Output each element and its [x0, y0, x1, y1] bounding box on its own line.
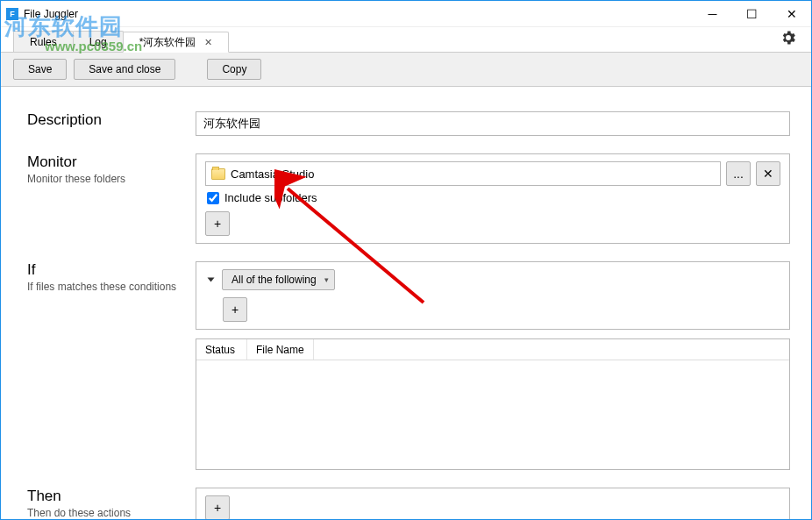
copy-button[interactable]: Copy	[207, 59, 261, 80]
if-heading: If	[27, 261, 196, 279]
monitor-subheading: Monitor these folders	[27, 173, 196, 185]
save-and-close-button[interactable]: Save and close	[74, 59, 175, 80]
tab-current-rule[interactable]: *河东软件园 ✕	[123, 32, 230, 53]
content: Description Monitor Monitor these folder…	[1, 87, 811, 520]
browse-button[interactable]: ...	[726, 161, 751, 186]
window-title: File Juggler	[24, 8, 693, 20]
condition-select[interactable]: All of the following	[222, 269, 335, 290]
column-filename[interactable]: File Name	[247, 339, 314, 360]
expand-icon[interactable]	[208, 278, 215, 282]
tab-row: Rules Log *河东软件园 ✕	[1, 27, 811, 52]
then-panel: +	[196, 488, 790, 520]
include-subfolders-label: Include subfolders	[224, 191, 317, 204]
add-folder-button[interactable]: +	[205, 211, 230, 236]
then-heading: Then	[27, 488, 196, 505]
then-subheading: Then do these actions	[27, 507, 196, 519]
section-monitor: Monitor Monitor these folders Camtasia S…	[27, 153, 799, 244]
toolbar: Save Save and close Copy	[1, 52, 811, 87]
folder-row: Camtasia Studio ... ✕	[205, 161, 780, 186]
window-controls: ─ ☐ ✕	[693, 1, 811, 26]
folder-path-input[interactable]: Camtasia Studio	[205, 161, 721, 186]
description-heading: Description	[27, 111, 196, 129]
column-status[interactable]: Status	[196, 339, 247, 360]
if-panel: All of the following +	[196, 261, 790, 330]
include-subfolders-row[interactable]: Include subfolders	[205, 191, 780, 204]
tab-rules[interactable]: Rules	[13, 31, 74, 52]
app-icon: F	[6, 8, 18, 20]
description-input[interactable]	[196, 111, 790, 136]
tab-log[interactable]: Log	[73, 31, 124, 52]
add-condition-button[interactable]: +	[223, 297, 247, 322]
section-if: If If files matches these conditions All…	[27, 261, 799, 470]
section-description: Description	[27, 111, 799, 136]
maximize-button[interactable]: ☐	[732, 1, 772, 26]
monitor-panel: Camtasia Studio ... ✕ Include subfolders…	[196, 153, 790, 244]
save-button[interactable]: Save	[13, 59, 67, 80]
conditions-table: Status File Name	[196, 338, 790, 470]
condition-row: All of the following	[205, 269, 780, 290]
settings-button[interactable]	[780, 29, 797, 50]
remove-folder-button[interactable]: ✕	[756, 161, 780, 186]
section-then: Then Then do these actions +	[27, 488, 799, 520]
table-header: Status File Name	[196, 339, 789, 360]
include-subfolders-checkbox[interactable]	[207, 192, 219, 204]
gear-icon	[780, 29, 797, 46]
monitor-heading: Monitor	[27, 153, 196, 171]
if-subheading: If files matches these conditions	[27, 281, 196, 293]
titlebar: F File Juggler ─ ☐ ✕	[1, 1, 811, 27]
folder-icon	[211, 168, 225, 180]
minimize-button[interactable]: ─	[693, 1, 732, 26]
close-icon[interactable]: ✕	[204, 37, 212, 48]
close-button[interactable]: ✕	[772, 1, 811, 26]
add-action-button[interactable]: +	[205, 495, 230, 520]
